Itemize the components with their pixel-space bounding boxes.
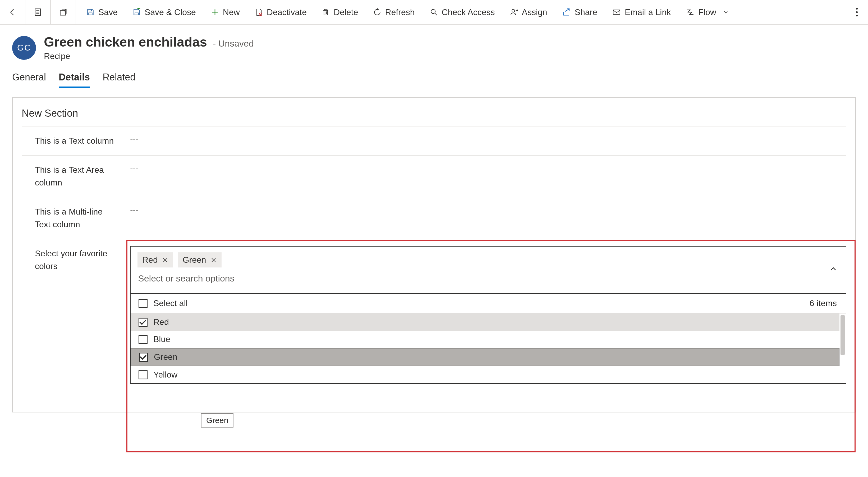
multiselect-chevron-up-icon[interactable] (829, 265, 838, 275)
option-red[interactable]: Red (131, 314, 839, 331)
option-red-label: Red (153, 317, 169, 327)
cmd-share[interactable]: Share (555, 0, 604, 24)
dropdown-list: Red Blue Green Yellow (131, 314, 839, 383)
cmd-flow[interactable]: Flow (678, 0, 736, 24)
chip-green-remove-icon[interactable] (211, 257, 217, 263)
select-all-label[interactable]: Select all (153, 298, 188, 308)
top-bar: Save Save & Close New Deactivate Delete (0, 0, 868, 25)
save-icon (86, 8, 95, 17)
cmd-save-label: Save (98, 7, 118, 17)
tooltip-green: Green (201, 413, 234, 427)
field-textarea-value[interactable]: --- (130, 162, 846, 173)
cmd-new[interactable]: New (203, 0, 247, 24)
svg-point-16 (512, 9, 515, 12)
cmd-save[interactable]: Save (79, 0, 125, 24)
left-mini-bar (0, 0, 76, 24)
chevron-down-icon (722, 9, 729, 16)
svg-point-20 (856, 15, 858, 17)
cmd-save-close[interactable]: Save & Close (125, 0, 203, 24)
open-new-window-icon[interactable] (51, 0, 76, 24)
checkbox-yellow[interactable] (138, 370, 148, 379)
svg-point-19 (856, 11, 858, 13)
svg-rect-5 (89, 13, 92, 15)
tab-details[interactable]: Details (59, 72, 90, 88)
save-close-icon (132, 8, 141, 17)
record-title: Green chicken enchiladas (44, 34, 207, 50)
dropdown-scrollthumb[interactable] (840, 315, 845, 355)
cmd-email-link[interactable]: Email a Link (604, 0, 678, 24)
option-blue[interactable]: Blue (131, 331, 839, 348)
chip-red: Red (137, 252, 173, 267)
selected-chips: Red Green (137, 252, 839, 267)
chip-red-remove-icon[interactable] (162, 257, 168, 263)
cmd-new-label: New (223, 7, 240, 17)
command-bar: Save Save & Close New Deactivate Delete (76, 0, 868, 24)
email-link-icon (612, 8, 621, 17)
tab-general[interactable]: General (12, 72, 46, 88)
cmd-deactivate-label: Deactivate (267, 7, 307, 17)
cmd-overflow[interactable] (848, 8, 865, 17)
cmd-check-access[interactable]: Check Access (422, 0, 502, 24)
field-multiline-label: This is a Multi-line Text column (22, 204, 122, 232)
tab-related[interactable]: Related (102, 72, 135, 88)
option-green[interactable]: Green (131, 348, 839, 366)
field-colors: Select your favorite colors Red Green (22, 239, 846, 391)
chip-green: Green (178, 252, 222, 267)
svg-rect-7 (135, 13, 138, 15)
option-yellow[interactable]: Yellow (131, 366, 839, 383)
field-text-value[interactable]: --- (130, 133, 846, 144)
field-multiline-value[interactable]: --- (130, 204, 846, 215)
record-header: GC Green chicken enchiladas - Unsaved Re… (0, 25, 868, 66)
cmd-share-label: Share (575, 7, 597, 17)
share-icon (562, 8, 571, 17)
item-count: 6 items (810, 298, 837, 308)
field-multiline: This is a Multi-line Text column --- (22, 197, 846, 239)
back-button[interactable] (0, 0, 25, 24)
option-green-label: Green (154, 352, 177, 362)
record-avatar: GC (12, 36, 36, 60)
cmd-refresh[interactable]: Refresh (366, 0, 422, 24)
field-textarea: This is a Text Area column --- (22, 155, 846, 197)
multiselect-placeholder: Select or search options (137, 272, 839, 285)
cmd-flow-label: Flow (698, 7, 716, 17)
svg-line-15 (435, 13, 437, 16)
checkbox-green[interactable] (139, 353, 148, 362)
refresh-icon (373, 8, 381, 17)
option-blue-label: Blue (153, 334, 170, 344)
field-text: This is a Text column --- (22, 126, 846, 155)
cmd-assign-label: Assign (522, 7, 547, 17)
colors-multiselect: Red Green Select or search options (130, 246, 846, 384)
record-titles: Green chicken enchiladas - Unsaved Recip… (44, 34, 254, 61)
checkbox-blue[interactable] (138, 335, 148, 344)
option-yellow-label: Yellow (153, 370, 177, 380)
svg-point-14 (431, 9, 435, 13)
cmd-save-close-label: Save & Close (145, 7, 196, 17)
deactivate-icon (255, 8, 263, 17)
record-status: - Unsaved (213, 38, 254, 49)
check-access-icon (430, 8, 438, 17)
multiselect-input[interactable]: Red Green Select or search options (130, 246, 846, 294)
form-selector-icon[interactable] (25, 0, 51, 24)
cmd-assign[interactable]: Assign (502, 0, 555, 24)
dropdown-scrollbar[interactable] (839, 314, 846, 383)
svg-rect-4 (60, 10, 66, 15)
field-textarea-label: This is a Text Area column (22, 162, 122, 190)
section-new: New Section This is a Text column --- Th… (12, 97, 856, 413)
cmd-delete-label: Delete (334, 7, 358, 17)
record-subtitle: Recipe (44, 51, 254, 61)
svg-point-18 (856, 8, 858, 9)
flow-icon (686, 8, 694, 17)
cmd-refresh-label: Refresh (385, 7, 415, 17)
section-title: New Section (13, 105, 855, 126)
checkbox-select-all[interactable] (138, 299, 148, 308)
dropdown-header: Select all 6 items (131, 294, 846, 314)
chip-green-label: Green (183, 255, 206, 265)
chip-red-label: Red (142, 255, 158, 265)
cmd-deactivate[interactable]: Deactivate (247, 0, 314, 24)
svg-rect-17 (613, 10, 620, 14)
svg-rect-6 (89, 9, 91, 11)
field-colors-label: Select your favorite colors (22, 246, 122, 273)
assign-icon (510, 8, 518, 17)
checkbox-red[interactable] (138, 318, 148, 327)
cmd-delete[interactable]: Delete (314, 0, 366, 24)
